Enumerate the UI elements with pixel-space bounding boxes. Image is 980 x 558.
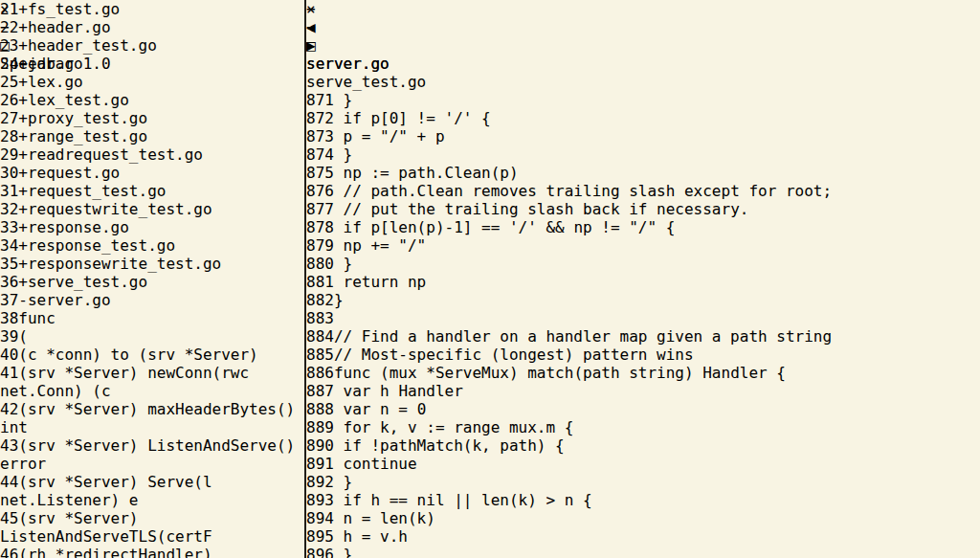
code-text[interactable]: p = "/" + p (334, 127, 445, 145)
line-number: 874 (306, 145, 334, 164)
speedbar-row[interactable]: 43(srv *Server) ListenAndServe() error (0, 436, 304, 473)
code-text[interactable]: if p[0] != '/' { (334, 109, 491, 127)
file-name[interactable]: serve_test.go (28, 273, 147, 291)
line-number: 892 (306, 473, 334, 491)
code-text[interactable]: } (334, 255, 352, 273)
speedbar-row[interactable]: 39( (0, 327, 304, 346)
speedbar-row[interactable]: 36+serve_test.go (0, 273, 304, 291)
code-text[interactable]: var h Handler (334, 382, 463, 400)
close-button-icon[interactable]: × (306, 0, 980, 18)
file-name[interactable]: response_test.go (28, 236, 175, 255)
line-number: 37 (0, 291, 18, 309)
line-number: 26 (0, 91, 18, 109)
tag-name[interactable]: (c *conn) to (srv *Server) (18, 346, 257, 364)
file-name[interactable]: request_test.go (28, 182, 167, 200)
file-name[interactable]: proxy_test.go (28, 109, 147, 127)
file-name[interactable]: range_test.go (28, 127, 147, 145)
tag-name[interactable]: (srv *Server) ListenAndServeTLS(certF (0, 509, 212, 546)
tag-name[interactable]: (srv *Server) newConn(rwc net.Conn) (c (0, 364, 249, 400)
file-name[interactable]: lex_test.go (28, 91, 129, 109)
speedbar-row[interactable]: 40(c *conn) to (srv *Server) (0, 346, 304, 364)
line-number: 893 (306, 491, 334, 509)
expand-toggle-icon[interactable]: + (18, 255, 28, 273)
speedbar-row[interactable]: 26+lex_test.go (0, 91, 304, 109)
speedbar-row[interactable]: 29+readrequest_test.go (0, 145, 304, 164)
code-line: 894 n = len(k) (306, 509, 980, 527)
file-name[interactable]: server.go (28, 291, 111, 309)
code-text[interactable]: np := path.Clean(p) (334, 164, 519, 182)
code-text[interactable]: func (mux *ServeMux) match(path string) … (334, 364, 786, 382)
maximize-button-icon[interactable]: □ (306, 36, 980, 55)
code-text[interactable]: } (334, 91, 352, 109)
code-buffer[interactable]: 871 }872 if p[0] != '/' {873 p = "/" + p… (306, 91, 980, 558)
expand-toggle-icon[interactable]: + (18, 109, 28, 127)
code-text[interactable]: // path.Clean removes trailing slash exc… (334, 182, 832, 200)
code-line: 880 } (306, 255, 980, 273)
tag-group-name[interactable]: ( (18, 327, 28, 346)
code-text[interactable]: h = v.h (334, 527, 408, 546)
expand-toggle-icon[interactable]: + (18, 236, 28, 255)
file-name[interactable]: requestwrite_test.go (28, 200, 212, 218)
minimize-button-icon[interactable]: − (306, 18, 980, 36)
file-name[interactable]: lex.go (28, 73, 83, 91)
code-text[interactable]: continue (334, 455, 417, 473)
speedbar-row[interactable]: 34+response_test.go (0, 236, 304, 255)
code-text[interactable]: np += "/" (334, 236, 426, 255)
code-text[interactable]: for k, v := range mux.m { (334, 418, 573, 436)
speedbar-window-title: Speedbar 1.0 (0, 55, 304, 73)
expand-toggle-icon[interactable]: + (18, 91, 28, 109)
code-text[interactable]: } (334, 291, 344, 309)
tag-name[interactable]: (srv *Server) Serve(l net.Listener) e (0, 473, 212, 509)
code-text[interactable]: // Find a handler on a handler map given… (334, 327, 832, 346)
file-name[interactable]: response.go (28, 218, 129, 236)
expand-toggle-icon[interactable]: + (18, 73, 28, 91)
close-button-icon[interactable]: × (0, 0, 304, 18)
code-text[interactable]: var n = 0 (334, 400, 426, 418)
speedbar-row[interactable]: 32+requestwrite_test.go (0, 200, 304, 218)
code-text[interactable]: } (334, 546, 352, 558)
tag-name[interactable]: (srv *Server) maxHeaderBytes() int (0, 400, 295, 436)
speedbar-row[interactable]: 42(srv *Server) maxHeaderBytes() int (0, 400, 304, 436)
expand-toggle-icon[interactable]: + (18, 218, 28, 236)
tag-name[interactable]: (srv *Server) ListenAndServe() error (0, 436, 295, 473)
code-text[interactable]: // Most-specific (longest) pattern wins (334, 346, 694, 364)
expand-toggle-icon[interactable]: - (18, 291, 28, 309)
tag-group-name[interactable]: func (18, 309, 56, 327)
code-text[interactable]: if h == nil || len(k) > n { (334, 491, 592, 509)
speedbar-row[interactable]: 37-server.go (0, 291, 304, 309)
minimize-button-icon[interactable]: − (0, 18, 304, 36)
speedbar-row[interactable]: 27+proxy_test.go (0, 109, 304, 127)
tag-name[interactable]: (rh *redirectHandler) ServeHTTP(w Res (0, 546, 212, 558)
expand-toggle-icon[interactable]: + (18, 200, 28, 218)
maximize-button-icon[interactable]: □ (0, 36, 304, 55)
expand-toggle-icon[interactable]: + (18, 145, 28, 164)
speedbar-row[interactable]: 28+range_test.go (0, 127, 304, 145)
speedbar-row[interactable]: 30+request.go (0, 164, 304, 182)
speedbar-row[interactable]: 45(srv *Server) ListenAndServeTLS(certF (0, 509, 304, 546)
code-text[interactable]: // put the trailing slash back if necess… (334, 200, 748, 218)
speedbar-row[interactable]: 44(srv *Server) Serve(l net.Listener) e (0, 473, 304, 509)
expand-toggle-icon[interactable]: + (18, 164, 28, 182)
code-text[interactable]: } (334, 473, 352, 491)
expand-toggle-icon[interactable]: + (18, 127, 28, 145)
file-name[interactable]: responsewrite_test.go (28, 255, 221, 273)
code-text[interactable]: n = len(k) (334, 509, 435, 527)
speedbar-row[interactable]: 41(srv *Server) newConn(rwc net.Conn) (c (0, 364, 304, 400)
code-text[interactable]: if !pathMatch(k, path) { (334, 436, 565, 455)
line-number: 27 (0, 109, 18, 127)
file-name[interactable]: request.go (28, 164, 120, 182)
expand-toggle-icon[interactable]: + (18, 273, 28, 291)
speedbar-row[interactable]: 35+responsewrite_test.go (0, 255, 304, 273)
speedbar-row[interactable]: 46(rh *redirectHandler) ServeHTTP(w Res (0, 546, 304, 558)
code-line: 885// Most-specific (longest) pattern wi… (306, 346, 980, 364)
code-text[interactable]: return np (334, 273, 426, 291)
code-text[interactable]: } (334, 145, 352, 164)
file-name[interactable]: readrequest_test.go (28, 145, 203, 164)
expand-toggle-icon[interactable]: + (18, 182, 28, 200)
code-text[interactable]: if p[len(p)-1] == '/' && np != "/" { (334, 218, 675, 236)
speedbar-row[interactable]: 33+response.go (0, 218, 304, 236)
tab-serve_test.go[interactable]: serve_test.go (306, 73, 980, 91)
speedbar-row[interactable]: 38func (0, 309, 304, 327)
speedbar-row[interactable]: 31+request_test.go (0, 182, 304, 200)
speedbar-row[interactable]: 25+lex.go (0, 73, 304, 91)
